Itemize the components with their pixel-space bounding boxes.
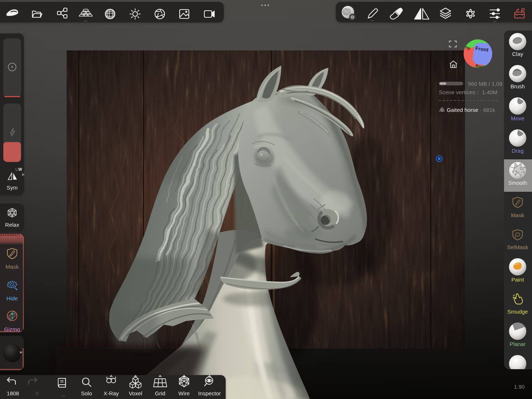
- svg-text:Inspector: Inspector: [198, 390, 221, 396]
- svg-text:Wire: Wire: [179, 390, 190, 396]
- svg-text:⚙: ⚙: [350, 14, 355, 20]
- svg-text:Move: Move: [511, 115, 525, 121]
- svg-text:...: ...: [370, 17, 374, 22]
- svg-text:Clay: Clay: [512, 51, 524, 57]
- svg-text:Planar: Planar: [510, 341, 525, 347]
- svg-text:Voxel: Voxel: [129, 390, 142, 396]
- svg-text:Drag: Drag: [512, 148, 524, 154]
- svg-text:Grid: Grid: [155, 390, 165, 396]
- svg-text:...: ...: [61, 392, 65, 397]
- svg-text:X-Ray: X-Ray: [103, 390, 119, 396]
- svg-text:...: ...: [493, 18, 496, 22]
- svg-text:1808: 1808: [7, 390, 19, 396]
- svg-text:0: 0: [36, 390, 39, 396]
- svg-text:Smooth: Smooth: [508, 180, 527, 186]
- svg-text:Paint: Paint: [511, 276, 524, 283]
- svg-text:Mask: Mask: [511, 212, 524, 218]
- svg-text:...: ...: [84, 18, 87, 22]
- svg-text:Solo: Solo: [81, 390, 92, 396]
- svg-text:Smudge: Smudge: [507, 308, 528, 315]
- svg-text:Brush: Brush: [510, 83, 525, 89]
- svg-text:SelMask: SelMask: [507, 244, 528, 250]
